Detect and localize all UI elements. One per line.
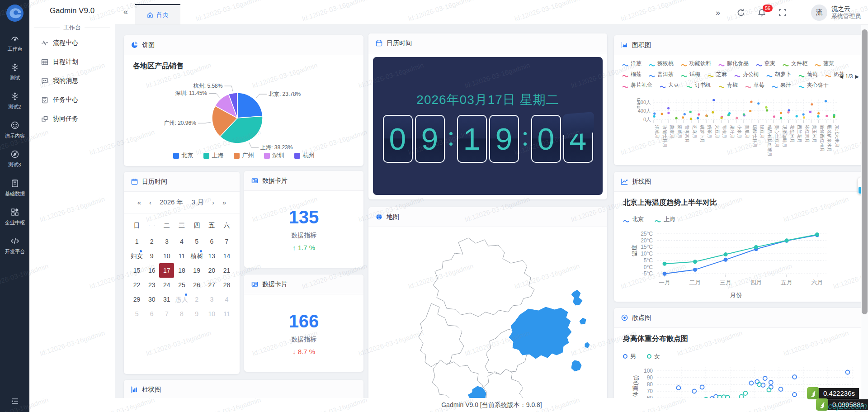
refresh-icon[interactable] [736, 8, 745, 17]
legend-item-办公椅[interactable]: 办公椅 [734, 71, 759, 78]
calendar-cell[interactable]: 25 [174, 278, 189, 292]
legend-item-深圳[interactable]: 深圳 [264, 152, 284, 160]
calendar-cell[interactable]: 8 [174, 307, 189, 321]
legend-item-洋葱[interactable]: 洋葱 [622, 60, 642, 67]
calendar-cell[interactable]: 29 [129, 292, 144, 307]
legend-item-榴莲[interactable]: 榴莲 [622, 71, 642, 78]
calendar-cell[interactable]: 植树 [189, 249, 204, 263]
sidebar-item-工作台[interactable]: 工作台 [0, 29, 29, 58]
legend-item-上海[interactable]: 上海 [203, 152, 224, 160]
calendar-next-year[interactable]: » [222, 199, 226, 206]
calendar-cell[interactable]: 22 [129, 278, 144, 292]
legend-item-功能饮料[interactable]: 功能饮料 [681, 60, 711, 67]
sidebar-collapse-icon[interactable]: « [123, 7, 133, 17]
legend-item-大豆[interactable]: 大豆 [660, 81, 679, 89]
sidebar-item-测试2[interactable]: 测试2 [0, 87, 29, 116]
legend-item-青椒[interactable]: 青椒 [718, 81, 738, 89]
calendar-cell[interactable]: 3 [204, 292, 219, 307]
menu-item-我的消息[interactable]: 我的消息 [29, 71, 115, 90]
menu-item-任务中心[interactable]: 任务中心 [29, 90, 115, 109]
calendar-cell[interactable]: 6 [204, 234, 219, 249]
legend-item-芝麻[interactable]: 芝麻 [708, 71, 727, 78]
sidebar-item-基础数据[interactable]: 基础数据 [0, 174, 29, 203]
scrollbar-thumb[interactable] [862, 29, 868, 314]
pie-chart[interactable]: 北京: 23.78%上海: 38.23%广州: 20.96%深圳: 11.45%… [124, 71, 363, 161]
calendar-cell[interactable]: 2 [144, 234, 159, 249]
calendar-month[interactable]: 3 月 [192, 198, 204, 207]
calendar-cell[interactable]: 2 [189, 292, 204, 307]
calendar-cell[interactable]: 15 [129, 263, 144, 278]
legend-item-北京[interactable]: 北京 [623, 215, 644, 223]
legend-item-猕猴桃[interactable]: 猕猴桃 [649, 60, 674, 67]
calendar-prev-year[interactable]: « [137, 199, 141, 206]
calendar-cell[interactable]: 10 [204, 307, 219, 321]
legend-item-杭州[interactable]: 杭州 [294, 152, 315, 160]
page-scrollbar[interactable] [861, 25, 868, 412]
user-menu[interactable]: 流 流之云 系统管理员 [811, 5, 861, 21]
legend-item-果汁[interactable]: 果汁 [772, 81, 791, 89]
sidebar-item-测试3[interactable]: 测试3 [0, 145, 29, 174]
calendar-cell[interactable]: 28 [219, 278, 234, 292]
calendar-year[interactable]: 2026 年 [160, 198, 184, 207]
fullscreen-icon[interactable] [778, 8, 787, 17]
area-chart[interactable]: num0人400人800人洋葱月功能饮料月燕麦月菠菜月普洱茶月芝麻月胡萝卜月奶茶… [614, 95, 864, 164]
calendar-cell[interactable]: 11 [219, 307, 234, 321]
legend-prev-icon[interactable]: ◀ [839, 74, 843, 80]
calendar-cell[interactable]: 9 [144, 249, 159, 263]
menu-item-协同任务[interactable]: 协同任务 [29, 109, 115, 128]
calendar-cell[interactable]: 19 [189, 263, 204, 278]
calendar-next-month[interactable]: › [212, 199, 214, 206]
calendar-cell[interactable]: 7 [159, 307, 174, 321]
legend-item-话梅[interactable]: 话梅 [681, 71, 700, 78]
calendar-cell[interactable]: 30 [144, 292, 159, 307]
calendar-cell[interactable]: 3 [159, 234, 174, 249]
calendar-cell[interactable]: 21 [219, 263, 234, 278]
calendar-cell[interactable]: 愚人 [174, 292, 189, 307]
calendar-cell[interactable]: 16 [144, 263, 159, 278]
calendar-cell[interactable]: 9 [189, 307, 204, 321]
calendar-cell[interactable]: 18 [174, 263, 189, 278]
tab-home[interactable]: 首页 [135, 4, 180, 24]
menu-fold-icon[interactable] [10, 397, 19, 406]
legend-item-普洱茶[interactable]: 普洱茶 [649, 71, 674, 78]
legend-item-草莓[interactable]: 草莓 [745, 81, 764, 89]
legend-item-薯片礼盒[interactable]: 薯片礼盒 [622, 81, 652, 89]
sidebar-item-企业中枢[interactable]: 企业中枢 [0, 203, 29, 232]
app-logo[interactable] [5, 4, 24, 23]
calendar-cell[interactable]: 4 [174, 234, 189, 249]
region-map[interactable] [370, 229, 605, 410]
menu-item-日程计划[interactable]: 日程计划 [29, 52, 115, 71]
calendar-cell[interactable]: 27 [204, 278, 219, 292]
sidebar-item-开发平台[interactable]: 开发平台 [0, 232, 29, 260]
calendar-cell[interactable]: 31 [159, 292, 174, 307]
calendar-cell[interactable]: 20 [204, 263, 219, 278]
calendar-cell[interactable]: 7 [219, 234, 234, 249]
calendar-cell[interactable]: 14 [219, 249, 234, 263]
legend-item-膨化食品[interactable]: 膨化食品 [718, 60, 749, 67]
legend-item-菠菜[interactable]: 菠菜 [815, 60, 834, 67]
calendar-cell[interactable]: 23 [144, 278, 159, 292]
calendar-cell[interactable]: 11 [174, 249, 189, 263]
calendar-cell[interactable]: 1 [129, 234, 144, 249]
calendar-cell[interactable]: 17 [159, 263, 174, 278]
calendar-cell[interactable]: 5 [189, 234, 204, 249]
legend-item-男[interactable]: 男 [623, 352, 636, 360]
legend-item-广州[interactable]: 广州 [234, 152, 254, 160]
calendar-cell[interactable]: 13 [204, 249, 219, 263]
legend-item-订书机[interactable]: 订书机 [686, 81, 711, 89]
calendar-cell[interactable]: 4 [219, 292, 234, 307]
legend-item-胡萝卜[interactable]: 胡萝卜 [766, 71, 791, 78]
legend-item-夹心饼干[interactable]: 夹心饼干 [798, 81, 829, 89]
legend-item-北京[interactable]: 北京 [173, 152, 193, 160]
legend-item-文件柜[interactable]: 文件柜 [783, 60, 807, 67]
legend-next-icon[interactable]: ▶ [855, 74, 859, 80]
tabs-expand-icon[interactable]: » [716, 8, 725, 17]
calendar-cell[interactable]: 10 [159, 249, 174, 263]
calendar-cell[interactable]: 5 [129, 307, 144, 321]
legend-item-燕麦[interactable]: 燕麦 [756, 60, 775, 67]
calendar-prev-month[interactable]: ‹ [149, 199, 151, 206]
calendar-cell[interactable]: 24 [159, 278, 174, 292]
legend-item-上海[interactable]: 上海 [655, 215, 675, 223]
menu-item-流程中心[interactable]: 流程中心 [29, 33, 115, 52]
line-chart[interactable]: 温度25°C20°C15°C10°C5°C0°C-5°C一月二月三月四月五月六月… [614, 225, 864, 302]
